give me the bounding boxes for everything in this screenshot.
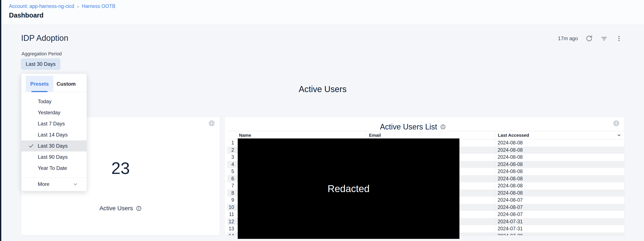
- redaction-label: Redacted: [328, 183, 370, 194]
- dashboard-screen: Account: app-harness-ng-cicd › Harness O…: [0, 0, 644, 241]
- breadcrumb-current-link[interactable]: Harness OOTB: [82, 4, 116, 9]
- preset-option[interactable]: Year To Date: [21, 163, 87, 174]
- last-accessed-cell: 2024-08-08: [495, 189, 624, 197]
- more-label: More: [38, 181, 50, 187]
- period-dropdown: Presets Custom Today: [21, 74, 87, 191]
- column-header-email: Email: [366, 131, 495, 139]
- aggregation-period-label: Aggregation Period: [22, 51, 62, 57]
- aggregation-period-button[interactable]: Last 30 Days: [21, 59, 60, 70]
- row-number: 9: [227, 196, 236, 204]
- last-accessed-cell: 2024-08-08: [495, 154, 624, 161]
- page-header: Account: app-harness-ng-cicd › Harness O…: [1, 0, 644, 25]
- row-number: 6: [227, 175, 236, 182]
- breadcrumb-separator: ›: [77, 4, 79, 9]
- row-number: 4: [227, 161, 236, 168]
- last-accessed-cell: 2024-07-30: [495, 232, 624, 236]
- row-number: 10: [227, 204, 236, 211]
- check-icon: [28, 143, 34, 149]
- chevron-down-icon: [72, 181, 78, 187]
- preset-option[interactable]: Today: [21, 96, 87, 107]
- preset-options-list: Today Yesterday: [21, 92, 87, 174]
- last-accessed-cell: 2024-07-31: [495, 225, 624, 232]
- active-users-label: Active Users: [100, 205, 133, 212]
- column-header-last-accessed: Last Accessed: [495, 131, 624, 139]
- preset-option-label: Last 90 Days: [38, 154, 68, 160]
- row-number: 11: [227, 211, 236, 218]
- preset-option-label: Yesterday: [38, 110, 60, 116]
- table-title: Active Users List: [380, 122, 437, 131]
- row-number: 14: [227, 232, 236, 236]
- last-accessed-cell: 2024-08-08: [495, 168, 624, 175]
- preset-option-label: Today: [38, 99, 52, 104]
- last-accessed-cell: 2024-08-08: [495, 175, 624, 182]
- last-accessed-cell: 2024-08-07: [495, 211, 624, 218]
- row-number: 5: [227, 168, 236, 175]
- preset-option-label: Year To Date: [38, 165, 67, 171]
- last-accessed-cell: 2024-08-08: [495, 147, 624, 154]
- row-number: 12: [227, 218, 236, 225]
- dashboard-title: IDP Adoption: [21, 34, 68, 43]
- dashboard-toolbar: 17m ago: [558, 35, 623, 42]
- redaction-overlay: Redacted: [238, 138, 460, 239]
- row-number: 7: [227, 182, 236, 189]
- breadcrumb: Account: app-harness-ng-cicd › Harness O…: [9, 4, 116, 9]
- row-number-header: [227, 131, 236, 139]
- info-icon: [136, 205, 142, 211]
- preset-option[interactable]: Last 30 Days: [21, 140, 87, 151]
- preset-option-label: Last 7 Days: [38, 121, 65, 127]
- preset-option-label: Last 14 Days: [38, 132, 68, 138]
- active-users-label-row: Active Users: [21, 205, 220, 212]
- sidebar-edge: [0, 0, 1, 241]
- column-header-name: Name: [236, 131, 366, 139]
- tab-presets[interactable]: Presets: [26, 76, 53, 92]
- preset-option[interactable]: Last 14 Days: [21, 129, 87, 140]
- dashboard-content: IDP Adoption 17m ago: [1, 25, 644, 241]
- last-accessed-cell: 2024-08-08: [495, 139, 624, 147]
- table-title-row: Active Users List: [225, 122, 601, 131]
- more-option[interactable]: More: [21, 177, 87, 191]
- preset-option[interactable]: Last 7 Days: [21, 118, 87, 129]
- breadcrumb-account-link[interactable]: Account: app-harness-ng-cicd: [9, 4, 74, 9]
- page-title: Dashboard: [9, 12, 44, 19]
- row-number: 8: [227, 189, 236, 197]
- globe-icon: [208, 120, 215, 127]
- refresh-icon[interactable]: [586, 35, 593, 42]
- globe-icon: [613, 120, 620, 127]
- last-accessed-cell: 2024-08-08: [495, 161, 624, 168]
- row-number: 13: [227, 225, 236, 232]
- row-number: 2: [227, 147, 236, 154]
- section-title: Active Users: [1, 84, 644, 94]
- preset-option[interactable]: Last 90 Days: [21, 151, 87, 163]
- last-accessed-cell: 2024-08-07: [495, 204, 624, 211]
- row-number: 1: [227, 139, 236, 147]
- last-accessed-cell: 2024-07-31: [495, 218, 624, 225]
- kebab-menu-icon[interactable]: [616, 35, 623, 42]
- tab-custom[interactable]: Custom: [53, 76, 79, 92]
- last-updated-label: 17m ago: [558, 36, 578, 42]
- column-sort-chevron-icon[interactable]: [617, 133, 622, 138]
- last-accessed-cell: 2024-08-07: [495, 196, 624, 204]
- row-number: 3: [227, 154, 236, 161]
- filter-icon[interactable]: [600, 35, 608, 42]
- period-dropdown-tabs: Presets Custom: [21, 74, 87, 92]
- preset-option-label: Last 30 Days: [38, 143, 68, 149]
- preset-option[interactable]: Yesterday: [21, 107, 87, 118]
- table-header: Name Email Last Accessed: [227, 131, 624, 139]
- last-accessed-cell: 2024-08-08: [495, 182, 624, 189]
- info-icon: [440, 124, 446, 130]
